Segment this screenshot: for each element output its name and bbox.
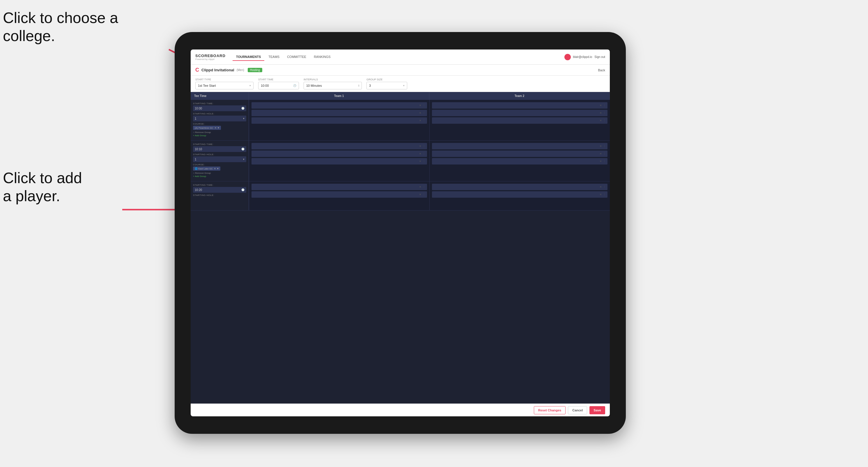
group-size-label: Group Size	[367, 78, 407, 81]
close-icon-2[interactable]: ✕	[214, 167, 216, 170]
clock-icon-1: 🕐	[241, 107, 245, 110]
player-slot[interactable]: ✕ ⋮	[432, 102, 608, 108]
close-icon[interactable]: ✕	[419, 119, 422, 122]
close-icon-1[interactable]: ✕	[215, 127, 217, 129]
expand-icon[interactable]: ⋮	[603, 193, 606, 196]
starting-hole-field-2[interactable]: 1 ▾	[193, 156, 246, 162]
close-icon[interactable]: ✕	[600, 185, 602, 188]
team2-cell-1: ✕ ⋮ ✕ ⋮ ✕ ⋮	[429, 100, 610, 140]
close-icon[interactable]: ✕	[419, 160, 422, 163]
close-icon[interactable]: ✕	[419, 104, 422, 107]
expand-icon[interactable]: ⋮	[603, 152, 606, 155]
table-row: STARTING TIME: 10:10 🕐 STARTING HOLE: 1 …	[191, 141, 610, 181]
start-time-label: Start Time	[258, 78, 299, 81]
player-slot[interactable]: ✕ ⋮	[432, 158, 608, 164]
close-icon[interactable]: ✕	[419, 185, 422, 188]
reset-changes-button[interactable]: Reset Changes	[534, 406, 565, 414]
close-icon[interactable]: ✕	[600, 119, 602, 122]
expand-icon[interactable]: ⋮	[423, 119, 425, 122]
close-icon[interactable]: ✕	[419, 193, 422, 196]
starting-time-label-2: STARTING TIME:	[193, 143, 246, 146]
close-icon[interactable]: ✕	[419, 112, 422, 115]
add-group-2[interactable]: + Add Group	[193, 175, 246, 178]
expand-icon[interactable]: ⋮	[603, 145, 606, 148]
starting-hole-field-1[interactable]: 1 ▾	[193, 116, 246, 121]
close-icon[interactable]: ✕	[600, 160, 602, 163]
starting-time-field-3[interactable]: 10:20 🕐	[193, 187, 246, 193]
expand-icon[interactable]: ⋮	[603, 112, 606, 115]
expand-icon[interactable]: ⋮	[423, 185, 425, 188]
course-tag-2[interactable]: 🌐 East Lake GC ✕ ▾	[193, 166, 220, 170]
close-icon[interactable]: ✕	[600, 152, 602, 155]
expand-icon[interactable]: ⋮	[603, 119, 606, 122]
close-icon[interactable]: ✕	[600, 193, 602, 196]
back-button[interactable]: Back	[598, 68, 605, 72]
expand-icon[interactable]: ⋮	[423, 193, 425, 196]
sign-out-link[interactable]: Sign out	[594, 55, 605, 59]
starting-time-label-1: STARTING TIME:	[193, 102, 246, 105]
expand-icon[interactable]: ⋮	[423, 145, 425, 148]
player-slot[interactable]: ✕ ⋮	[432, 184, 608, 190]
player-slot[interactable]: ✕ ⋮	[432, 191, 608, 198]
group-1-left: STARTING TIME: 10:00 🕐 STARTING HOLE: 1 …	[191, 100, 249, 140]
player-slot[interactable]: ✕ ⋮	[432, 151, 608, 157]
starting-time-label-3: STARTING TIME:	[193, 184, 246, 186]
player-slot[interactable]: ✕ ⋮	[251, 184, 427, 190]
player-slot[interactable]: ✕ ⋮	[251, 117, 427, 124]
player-slot[interactable]: ✕ ⋮	[251, 143, 427, 149]
close-icon[interactable]: ✕	[600, 112, 602, 115]
player-slot[interactable]: ✕ ⋮	[432, 117, 608, 124]
group-size-group: Group Size 3 ▾	[367, 78, 407, 89]
player-slot[interactable]: ✕ ⋮	[432, 143, 608, 149]
group-size-input[interactable]: 3 ▾	[367, 82, 407, 89]
expand-icon[interactable]: ⋮	[423, 104, 425, 107]
player-slot[interactable]: ✕ ⋮	[251, 191, 427, 198]
expand-icon[interactable]: ⋮	[603, 104, 606, 107]
nav-tab-rankings[interactable]: RANKINGS	[310, 53, 334, 61]
nav-tab-teams[interactable]: TEAMS	[265, 53, 283, 61]
event-status: Hosting	[248, 68, 262, 72]
clock-icon-2: 🕐	[241, 148, 245, 151]
intervals-input[interactable]: 10 Minutes ℹ	[304, 82, 362, 89]
start-time-group: Start Time 10:00 🕐	[258, 78, 299, 89]
start-type-input[interactable]: 1st Tee Start ▾	[195, 82, 253, 89]
save-button[interactable]: Save	[589, 406, 605, 414]
player-slot[interactable]: ✕ ⋮	[251, 102, 427, 108]
close-icon[interactable]: ✕	[419, 145, 422, 148]
player-slot[interactable]: ✕ ⋮	[251, 110, 427, 116]
team2-cell-3: ✕ ⋮ ✕ ⋮	[429, 181, 610, 210]
controls-bar: Start Type 1st Tee Start ▾ Start Time 10…	[191, 76, 610, 92]
logo-title: SCOREBOARD	[195, 54, 225, 58]
expand-icon[interactable]: ⋮	[423, 152, 425, 155]
group-3-left: STARTING TIME: 10:20 🕐 STARTING HOLE:	[191, 181, 249, 210]
starting-hole-label-2: STARTING HOLE:	[193, 153, 246, 156]
player-slot[interactable]: ✕ ⋮	[251, 158, 427, 164]
chevron-hole-2: ▾	[243, 158, 245, 161]
nav-tab-committee[interactable]: COMMITTEE	[283, 53, 310, 61]
expand-icon[interactable]: ⋮	[603, 185, 606, 188]
player-slot[interactable]: ✕ ⋮	[432, 110, 608, 116]
table-row: STARTING TIME: 10:20 🕐 STARTING HOLE: ✕ …	[191, 181, 610, 211]
expand-icon[interactable]: ⋮	[423, 112, 425, 115]
remove-group-2[interactable]: ○ Remove Group	[193, 172, 246, 175]
expand-icon[interactable]: ⋮	[423, 160, 425, 163]
course-tag-1[interactable]: (A) Peachtree GC ✕ ▾	[193, 126, 221, 130]
expand-icon[interactable]: ⋮	[603, 160, 606, 163]
start-time-input[interactable]: 10:00 🕐	[258, 82, 299, 89]
remove-group-1[interactable]: ○ Remove Group	[193, 131, 246, 134]
chevron-course-2: ▾	[217, 167, 219, 170]
player-slot[interactable]: ✕ ⋮	[251, 151, 427, 157]
annotation-choose-college: Click to choose a college.	[3, 9, 118, 45]
table-row: STARTING TIME: 10:00 🕐 STARTING HOLE: 1 …	[191, 100, 610, 141]
close-icon[interactable]: ✕	[600, 104, 602, 107]
nav-tab-tournaments[interactable]: TOURNAMENTS	[232, 53, 264, 61]
cancel-button[interactable]: Cancel	[568, 406, 587, 414]
close-icon[interactable]: ✕	[419, 152, 422, 155]
starting-time-field-2[interactable]: 10:10 🕐	[193, 146, 246, 152]
start-type-label: Start Type	[195, 78, 253, 81]
team1-cell-2: ✕ ⋮ ✕ ⋮ ✕ ⋮	[249, 141, 429, 181]
th-team2: Team 2	[429, 92, 610, 100]
close-icon[interactable]: ✕	[600, 145, 602, 148]
add-group-1[interactable]: + Add Group	[193, 134, 246, 137]
starting-time-field-1[interactable]: 10:00 🕐	[193, 105, 246, 111]
